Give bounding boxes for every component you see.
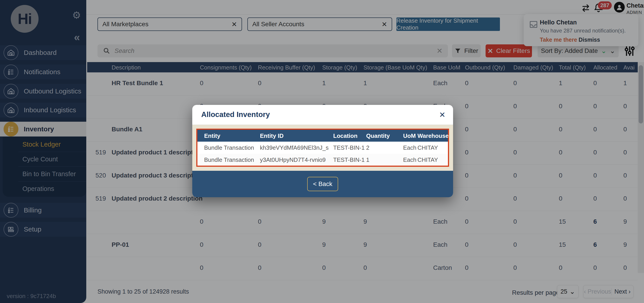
modal-column-header: Entity ID: [260, 132, 284, 140]
modal-table-row: Bundle Transactionkh39eVYdMfA69NEl3nJ_sT…: [198, 142, 448, 154]
modal-cell: Bundle Transaction: [204, 156, 254, 164]
close-icon[interactable]: ✕: [439, 110, 446, 119]
modal-column-header: Quantity: [366, 132, 390, 140]
modal-cell: CHITAY: [418, 144, 438, 151]
modal-cell: Bundle Transaction: [204, 144, 254, 151]
modal-cell: TEST-BIN-1: [333, 156, 364, 164]
modal-title: Allocated Inventory: [201, 110, 270, 119]
modal-table-header: EntityEntity IDLocationQuantityUoMWareho…: [198, 130, 448, 142]
modal-column-header: Warehouse: [418, 132, 448, 140]
allocated-inventory-modal: Allocated Inventory ✕ EntityEntity IDLoc…: [192, 105, 453, 197]
modal-cell: Each: [403, 156, 416, 164]
modal-cell: CHITAY: [418, 156, 438, 164]
highlight-annotation-box: EntityEntity IDLocationQuantityUoMWareho…: [196, 129, 449, 167]
modal-footer: < Back: [192, 171, 453, 197]
modal-cell: 1: [366, 156, 369, 164]
modal-cell: 2: [366, 144, 369, 151]
modal-column-header: Location: [333, 132, 358, 140]
back-button[interactable]: < Back: [307, 177, 338, 191]
app-root: Hi ⚙ « DashboardNotificationsOutbound Lo…: [0, 0, 644, 303]
modal-header: Allocated Inventory ✕: [192, 105, 453, 125]
modal-cell: y3At0UHpyND7T4-rvnio9: [260, 156, 326, 164]
modal-column-header: Entity: [204, 132, 220, 140]
modal-cell: TEST-BIN-1: [333, 144, 364, 151]
modal-column-header: UoM: [403, 132, 416, 140]
modal-cell: Each: [403, 144, 416, 151]
modal-cell: kh39eVYdMfA69NEl3nJ_s: [260, 144, 328, 151]
modal-table-row: Bundle Transactiony3At0UHpyND7T4-rvnio9T…: [198, 154, 448, 166]
